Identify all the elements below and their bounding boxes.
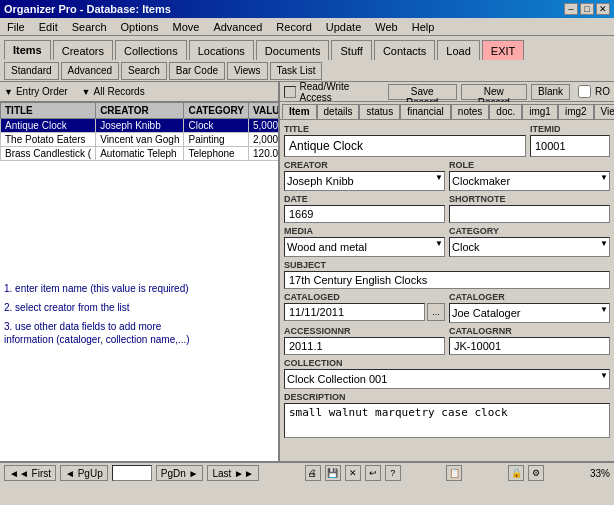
title-row: TITLE ITEMID [284,124,610,157]
cell-category: Telephone [184,147,249,161]
date-input[interactable] [284,205,445,223]
menu-help[interactable]: Help [409,20,438,34]
annotation-area: 1. enter item name (this value is requir… [0,276,278,462]
access-bar: Read/Write Access Save Record New Record… [280,82,614,102]
tab-exit[interactable]: EXIT [482,40,524,60]
title-input[interactable] [284,135,526,157]
ro-label: RO [595,86,610,97]
main-tab-bar: Items Creators Collections Locations Doc… [0,36,614,60]
form-tab-financial[interactable]: financial [400,104,451,119]
cataloged-browse-button[interactable]: ... [427,303,445,321]
menu-web[interactable]: Web [372,20,400,34]
form-tab-item[interactable]: Item [282,104,317,119]
tab-load[interactable]: Load [437,40,479,60]
menu-move[interactable]: Move [169,20,202,34]
print-icon[interactable]: 🖨 [305,465,321,481]
settings-icon[interactable]: ⚙ [528,465,544,481]
date-group: DATE [284,194,445,223]
copy-icon[interactable]: 📋 [446,465,462,481]
cell-creator: Vincent van Gogh [96,133,184,147]
advanced-button[interactable]: Advanced [61,62,119,80]
tab-stuff[interactable]: Stuff [331,40,371,60]
cell-category: Painting [184,133,249,147]
items-table: TITLE CREATOR CATEGORY VALUE Antique Clo… [0,102,278,161]
table-row[interactable]: The Potato Eaters Vincent van Gogh Paint… [1,133,279,147]
tasklist-button[interactable]: Task List [270,62,323,80]
itemid-group: ITEMID [530,124,610,157]
role-select[interactable]: Clockmaker [449,171,610,191]
media-group: MEDIA Wood and metal [284,226,445,257]
collection-select[interactable]: Clock Collection 001 [284,369,610,389]
new-record-button[interactable]: New Record [461,84,527,100]
form-tab-doc[interactable]: doc. [489,104,522,119]
menu-options[interactable]: Options [118,20,162,34]
media-select[interactable]: Wood and metal [284,237,445,257]
delete-icon[interactable]: ✕ [345,465,361,481]
tab-creators[interactable]: Creators [53,40,113,60]
catalogrnr-input[interactable] [449,337,610,355]
blank-button[interactable]: Blank [531,84,570,100]
shortnote-input[interactable] [449,205,610,223]
subject-input[interactable] [284,271,610,289]
form-tab-view[interactable]: View [594,104,614,119]
search-button[interactable]: Search [121,62,167,80]
cell-value: 5,000 [249,119,278,133]
save-record-button[interactable]: Save Record [388,84,457,100]
creator-label: CREATOR [284,160,445,170]
menu-search[interactable]: Search [69,20,110,34]
first-button[interactable]: ◄◄ First [4,465,56,481]
menu-edit[interactable]: Edit [36,20,61,34]
accessionnr-input[interactable] [284,337,445,355]
description-textarea[interactable]: small walnut marquetry case clock [284,403,610,438]
date-label: DATE [284,194,445,204]
prev-button[interactable]: ◄ PgUp [60,465,108,481]
form-tabs: Item details status financial notes doc.… [280,102,614,120]
cataloger-select[interactable]: Joe Cataloger [449,303,610,323]
col-title: TITLE [1,103,96,119]
catalogrnr-label: CATALOGRNR [449,326,610,336]
tab-items[interactable]: Items [4,40,51,60]
next-button[interactable]: PgDn ► [156,465,204,481]
save-icon[interactable]: 💾 [325,465,341,481]
all-records-label: All Records [94,86,145,97]
refresh-icon[interactable]: ↩ [365,465,381,481]
cell-value: 2,000,000.0 [249,133,278,147]
cataloged-input[interactable] [284,303,425,321]
form-tab-details[interactable]: details [317,104,360,119]
creator-select[interactable]: Joseph Knibb [284,171,445,191]
main-toolbar: Standard Advanced Search Bar Code Views … [0,60,614,82]
menu-record[interactable]: Record [273,20,314,34]
category-label: CATEGORY [449,226,610,236]
form-tab-img1[interactable]: img1 [522,104,558,119]
lock-icon[interactable]: 🔒 [508,465,524,481]
form-tab-notes[interactable]: notes [451,104,489,119]
close-button[interactable]: ✕ [596,3,610,15]
cataloger-label: CATALOGER [449,292,610,302]
menu-advanced[interactable]: Advanced [210,20,265,34]
table-row[interactable]: Brass Candlestick ( Automatic Teleph Tel… [1,147,279,161]
category-select[interactable]: Clock [449,237,610,257]
form-tab-status[interactable]: status [359,104,400,119]
itemid-label: ITEMID [530,124,610,134]
page-input[interactable] [112,465,152,481]
form-tab-img2[interactable]: img2 [558,104,594,119]
tab-locations[interactable]: Locations [189,40,254,60]
subject-label: SUBJECT [284,260,610,270]
minimize-button[interactable]: – [564,3,578,15]
maximize-button[interactable]: □ [580,3,594,15]
itemid-input[interactable] [530,135,610,157]
help-icon[interactable]: ? [385,465,401,481]
last-button[interactable]: Last ►► [207,465,258,481]
ro-checkbox[interactable] [578,85,591,98]
tab-collections[interactable]: Collections [115,40,187,60]
standard-button[interactable]: Standard [4,62,59,80]
barcode-button[interactable]: Bar Code [169,62,225,80]
table-row[interactable]: Antique Clock Joseph Knibb Clock 5,000 [1,119,279,133]
tab-documents[interactable]: Documents [256,40,330,60]
menu-update[interactable]: Update [323,20,364,34]
views-button[interactable]: Views [227,62,268,80]
menu-bar: File Edit Search Options Move Advanced R… [0,18,614,36]
tab-contacts[interactable]: Contacts [374,40,435,60]
menu-file[interactable]: File [4,20,28,34]
cell-creator: Automatic Teleph [96,147,184,161]
